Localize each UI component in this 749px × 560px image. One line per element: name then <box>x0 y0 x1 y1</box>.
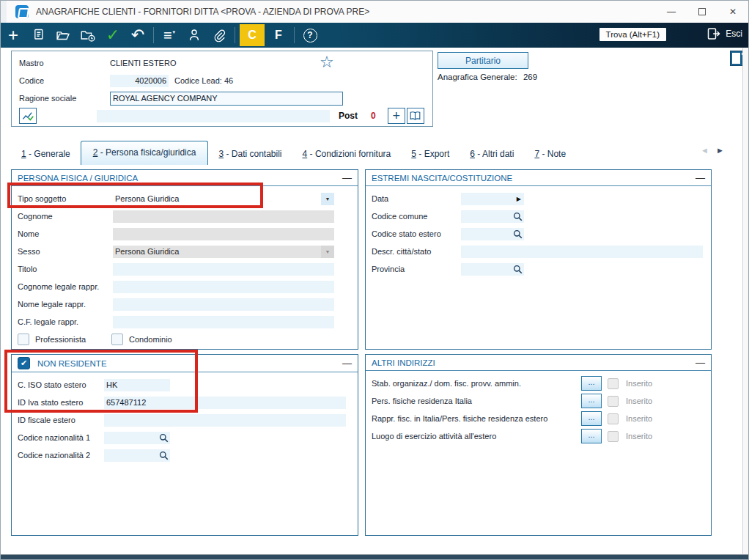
open-address-button[interactable]: ... <box>581 429 602 443</box>
tab-persona-fisica-giuridica[interactable]: 2 - Persona fisica/giuridica <box>81 141 209 165</box>
codice-nazionalita-1-field[interactable] <box>104 432 170 444</box>
tab-condizioni-fornitura[interactable]: 4 - Condizioni fornitura <box>292 144 402 165</box>
condominio-checkbox[interactable] <box>111 334 123 345</box>
nome-legale-rappr-field[interactable] <box>113 298 334 311</box>
new-button[interactable]: + <box>1 24 26 46</box>
collapse-icon[interactable]: — <box>696 357 705 368</box>
app-window: ANAGRAFICHE CLIENTI - FORNITORI DITTA <P… <box>0 0 749 560</box>
field-row: ID fiscale estero <box>18 411 352 429</box>
anagrafica-generale-value: 269 <box>523 73 537 81</box>
dropdown-caret-icon: ▼ <box>321 246 334 258</box>
toolbar-separator <box>153 27 154 43</box>
undo-button[interactable]: ↶ <box>125 24 150 46</box>
extra-description-field[interactable] <box>97 110 330 122</box>
tab-dati-contabili[interactable]: 3 - Dati contabili <box>208 144 292 165</box>
maximize-icon <box>698 8 706 15</box>
fornitori-mode-button[interactable]: F <box>266 24 291 46</box>
codice-comune-field[interactable] <box>461 210 524 223</box>
c-iso-stato-estero-field[interactable]: HK <box>104 379 170 391</box>
codice-stato-estero-field[interactable] <box>461 228 524 240</box>
lookup-icon[interactable] <box>513 229 523 239</box>
plus-icon: + <box>392 109 400 122</box>
collapse-icon[interactable]: — <box>342 172 352 183</box>
panel-title: NON RESIDENTE <box>37 359 107 368</box>
ragione-sociale-field[interactable]: ROYAL AGENCY COMPANY <box>110 92 343 106</box>
help-icon: ? <box>303 29 317 43</box>
date-caret-icon[interactable]: ▶ <box>517 196 521 202</box>
c-iso-stato-estero-label: C. ISO stato estero <box>18 380 104 389</box>
tab-generale[interactable]: 1 - Generale <box>11 144 81 165</box>
open-address-button[interactable]: ... <box>581 411 602 426</box>
field-row: Tipo soggetto Persona Giuridica ▼ <box>18 190 352 207</box>
id-iva-stato-estero-label: ID Iva stato estero <box>18 398 104 407</box>
ledger-button[interactable] <box>407 108 424 124</box>
tab-altri-dati[interactable]: 6 - Altri dati <box>460 144 524 165</box>
attachments-button[interactable] <box>207 24 232 46</box>
non-residente-checkbox[interactable]: ✔ <box>18 357 30 369</box>
titolo-label: Titolo <box>18 265 113 273</box>
provincia-field[interactable] <box>461 263 524 276</box>
help-button[interactable]: ? <box>298 24 322 46</box>
tab-next-icon[interactable]: ► <box>716 146 724 155</box>
recent-button[interactable] <box>75 24 100 46</box>
mastro-value: CLIENTI ESTERO <box>110 59 176 67</box>
open-button[interactable] <box>51 24 75 46</box>
favorite-star-icon[interactable]: ☆ <box>320 53 334 72</box>
sesso-field: Persona Giuridica ▼ <box>113 246 334 258</box>
bottom-status-bar <box>1 554 748 560</box>
tab-prev-icon[interactable]: ◄ <box>701 146 709 155</box>
descr-citta-stato-field[interactable] <box>461 246 703 258</box>
codice-field[interactable]: 4020006 <box>110 75 169 87</box>
lookup-icon[interactable] <box>159 433 169 443</box>
maximize-button[interactable] <box>687 1 717 23</box>
field-row: Nome <box>18 225 352 243</box>
minimize-button[interactable]: — <box>656 1 687 23</box>
find-button[interactable]: Trova (Alt+F1) <box>599 28 666 41</box>
contacts-button[interactable] <box>182 24 207 46</box>
toolbar-separator <box>294 27 295 43</box>
exit-label: Esci <box>726 29 742 39</box>
cf-legale-rappr-field[interactable] <box>113 316 334 328</box>
codice-label: Codice <box>19 76 110 85</box>
data-field[interactable]: ▶ <box>461 193 524 205</box>
cf-legale-rappr-label: C.F. legale rappr. <box>18 317 113 326</box>
field-row: C. ISO stato estero HK <box>18 376 352 394</box>
clienti-mode-button[interactable]: C <box>240 24 265 46</box>
tab-export[interactable]: 5 - Export <box>401 144 460 165</box>
close-button[interactable]: ✕ <box>717 1 748 23</box>
book-icon <box>409 111 421 121</box>
id-fiscale-estero-field[interactable] <box>104 414 346 427</box>
collapse-icon[interactable]: — <box>696 172 705 183</box>
copy-button[interactable] <box>26 24 51 46</box>
ragione-sociale-label: Ragione sociale <box>19 94 110 103</box>
lookup-icon[interactable] <box>513 265 523 274</box>
chart-button[interactable] <box>19 108 37 124</box>
exit-button[interactable]: Esci <box>706 26 742 41</box>
tab-note[interactable]: 7 - Note <box>524 144 576 165</box>
address-row: Stab. organizaz./ dom. fisc. provv. ammi… <box>372 375 705 392</box>
professionista-checkbox[interactable] <box>18 334 29 345</box>
chevron-down-icon: ▾ <box>173 29 176 35</box>
menu-button[interactable]: ≡▾ <box>157 24 182 46</box>
codice-nazionalita-2-field[interactable] <box>104 449 170 462</box>
professionista-label: Professionista <box>35 335 111 344</box>
lookup-icon[interactable] <box>513 212 523 221</box>
open-address-button[interactable]: ... <box>581 394 602 408</box>
panel-title: ALTRI INDIRIZZI <box>372 358 435 367</box>
titolo-field[interactable] <box>113 263 334 276</box>
field-row: Codice stato estero <box>372 225 705 243</box>
panel-estremi-nascita: ESTREMI NASCITA/COSTITUZIONE — Data ▶ Co… <box>365 169 712 350</box>
menu-icon: ≡ <box>163 28 172 43</box>
partitario-button[interactable]: Partitario <box>438 52 528 69</box>
collapse-icon[interactable]: — <box>342 358 352 369</box>
id-iva-stato-estero-field[interactable]: 657487112 <box>104 397 346 409</box>
cognome-legale-rappr-field[interactable] <box>113 281 334 293</box>
add-post-button[interactable]: + <box>388 108 405 124</box>
nome-field <box>113 228 334 240</box>
confirm-button[interactable]: ✓ <box>100 24 125 46</box>
tipo-soggetto-field[interactable]: Persona Giuridica ▼ <box>113 193 334 205</box>
lookup-icon[interactable] <box>159 451 169 460</box>
field-row: Titolo <box>18 260 352 278</box>
dropdown-caret-icon[interactable]: ▼ <box>321 193 334 205</box>
open-address-button[interactable]: ... <box>581 376 602 391</box>
